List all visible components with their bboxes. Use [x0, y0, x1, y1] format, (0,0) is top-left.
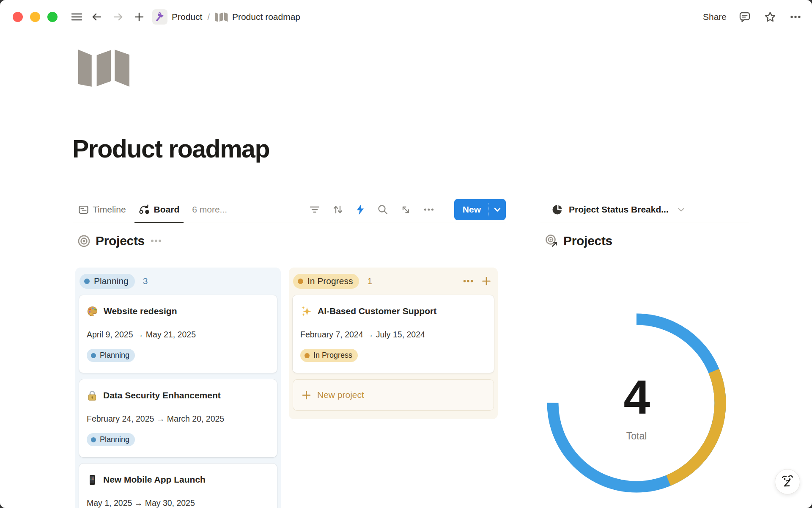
- view-controls: New: [309, 199, 506, 220]
- card-date-range: February 24, 2025 → March 20, 2025: [87, 413, 269, 425]
- column-count: 3: [143, 276, 148, 286]
- status-label: Planning: [94, 276, 129, 286]
- pie-chart-icon: [552, 204, 563, 215]
- donut-total-value: 4: [573, 373, 700, 421]
- breadcrumb-root-label[interactable]: Product: [172, 12, 202, 22]
- hammer-icon: [155, 12, 165, 22]
- chevron-down-icon: [494, 207, 501, 212]
- board-icon: [139, 204, 150, 215]
- breadcrumb-separator: /: [207, 12, 210, 22]
- column-header-planning: Planning 3: [79, 273, 277, 289]
- status-dot: [304, 353, 310, 358]
- board-column-planning: Planning 3 Website redesign April 9, 202…: [75, 268, 281, 508]
- card-status-tag: In Progress: [300, 349, 358, 362]
- status-pill-in-progress[interactable]: In Progress: [293, 274, 359, 289]
- new-button-dropdown[interactable]: [489, 199, 506, 220]
- mobile-phone-icon: [87, 474, 98, 486]
- chart-view-selector[interactable]: Project Status Breakd...: [540, 196, 749, 223]
- card-status-tag: Planning: [87, 433, 135, 446]
- favorite-star-icon[interactable]: [763, 10, 777, 24]
- target-icon: [77, 235, 91, 248]
- sort-icon[interactable]: [332, 204, 343, 215]
- close-window-button[interactable]: [13, 12, 23, 22]
- status-label: In Progress: [307, 276, 353, 286]
- topbar: Product / Product roadmap Share: [0, 0, 812, 34]
- card-title: New Mobile App Launch: [103, 475, 206, 485]
- view-more-icon[interactable]: [423, 204, 434, 215]
- new-project-label: New project: [317, 390, 364, 400]
- breadcrumb: Product / Product roadmap: [152, 9, 300, 25]
- project-card-data-security[interactable]: Data Security Enhancement February 24, 2…: [79, 379, 277, 457]
- board-column-in-progress: In Progress 1 AI-Based Customer Support …: [289, 268, 498, 419]
- column-header-in-progress: In Progress 1: [293, 273, 494, 289]
- tab-timeline[interactable]: Timeline: [78, 196, 126, 223]
- more-views-button[interactable]: 6 more...: [192, 204, 227, 215]
- chevron-down-icon: [678, 207, 685, 212]
- chart-section-header: Projects: [545, 234, 612, 248]
- donut-center-label: 4 Total: [573, 373, 700, 442]
- status-pill-planning[interactable]: Planning: [80, 274, 135, 289]
- column-options-icon[interactable]: [463, 276, 474, 286]
- more-options-icon[interactable]: [788, 10, 803, 24]
- view-switcher-bar: Timeline Board 6 more...: [73, 196, 506, 223]
- new-button-group: New: [454, 199, 506, 220]
- board-options-icon[interactable]: [150, 236, 162, 246]
- forward-icon[interactable]: [111, 10, 125, 24]
- page-icon-map[interactable]: [78, 50, 130, 89]
- page-title[interactable]: Product roadmap: [72, 135, 269, 163]
- breadcrumb-root-item[interactable]: [152, 9, 167, 25]
- project-card-mobile-app[interactable]: New Mobile App Launch May 1, 2025 → May …: [79, 464, 277, 508]
- chart-view-title: Project Status Breakd...: [569, 204, 669, 215]
- new-button[interactable]: New: [454, 199, 488, 220]
- topbar-actions: Share: [703, 10, 803, 24]
- board-section-header: Projects: [77, 234, 162, 248]
- column-count: 1: [367, 276, 372, 286]
- card-title: AI-Based Customer Support: [318, 306, 436, 316]
- filter-icon[interactable]: [309, 204, 320, 215]
- card-date-range: April 9, 2025 → May 21, 2025: [87, 329, 269, 340]
- chart-section-title[interactable]: Projects: [563, 234, 612, 248]
- status-dot: [91, 353, 96, 358]
- new-tab-icon[interactable]: [132, 10, 146, 24]
- share-button[interactable]: Share: [703, 12, 727, 22]
- card-date-range: February 7, 2024 → July 15, 2024: [300, 329, 486, 340]
- palette-icon: [87, 306, 98, 317]
- donut-total-caption: Total: [573, 431, 700, 442]
- map-icon: [215, 12, 228, 22]
- sparkles-icon: [300, 305, 312, 317]
- status-dot: [84, 279, 90, 284]
- minimize-window-button[interactable]: [30, 12, 40, 22]
- automation-bolt-icon[interactable]: [356, 204, 365, 215]
- tab-timeline-label: Timeline: [93, 204, 126, 215]
- breadcrumb-page-label[interactable]: Product roadmap: [232, 12, 300, 22]
- project-card-website-redesign[interactable]: Website redesign April 9, 2025 → May 21,…: [79, 295, 277, 373]
- sidebar-menu-icon[interactable]: [69, 10, 84, 24]
- plus-icon: [302, 390, 311, 400]
- search-icon[interactable]: [377, 204, 388, 215]
- card-date-range: May 1, 2025 → May 30, 2025: [87, 497, 269, 508]
- status-dot: [91, 437, 96, 442]
- timeline-icon: [78, 204, 89, 215]
- lock-icon: [87, 390, 98, 401]
- notion-ai-button[interactable]: [775, 469, 800, 494]
- card-title: Data Security Enhancement: [103, 390, 221, 400]
- window-controls: [13, 12, 58, 22]
- tab-board[interactable]: Board: [139, 196, 180, 223]
- notion-ai-face-icon: [780, 474, 795, 490]
- back-icon[interactable]: [90, 10, 104, 24]
- tab-board-label: Board: [154, 204, 180, 215]
- board-section-title[interactable]: Projects: [96, 234, 145, 248]
- linked-target-icon: [545, 234, 559, 248]
- column-add-icon[interactable]: [481, 276, 491, 286]
- zoom-window-button[interactable]: [47, 12, 58, 22]
- expand-icon[interactable]: [401, 204, 411, 215]
- comments-icon[interactable]: [738, 10, 752, 24]
- project-card-ai-support[interactable]: AI-Based Customer Support February 7, 20…: [293, 295, 494, 373]
- status-dot: [298, 279, 303, 284]
- card-status-tag: Planning: [87, 349, 135, 362]
- card-title: Website redesign: [104, 306, 177, 316]
- notion-window: Product / Product roadmap Share Product …: [0, 0, 812, 508]
- new-project-button[interactable]: New project: [293, 379, 494, 411]
